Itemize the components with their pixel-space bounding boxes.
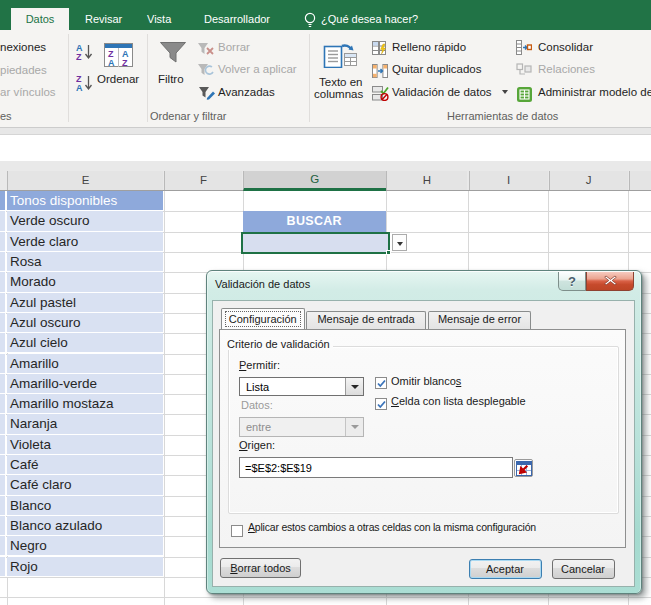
svg-text:Z: Z <box>76 52 82 62</box>
svg-text:A: A <box>76 83 83 93</box>
svg-text:Z: Z <box>122 58 128 68</box>
svg-text:A: A <box>108 58 115 68</box>
